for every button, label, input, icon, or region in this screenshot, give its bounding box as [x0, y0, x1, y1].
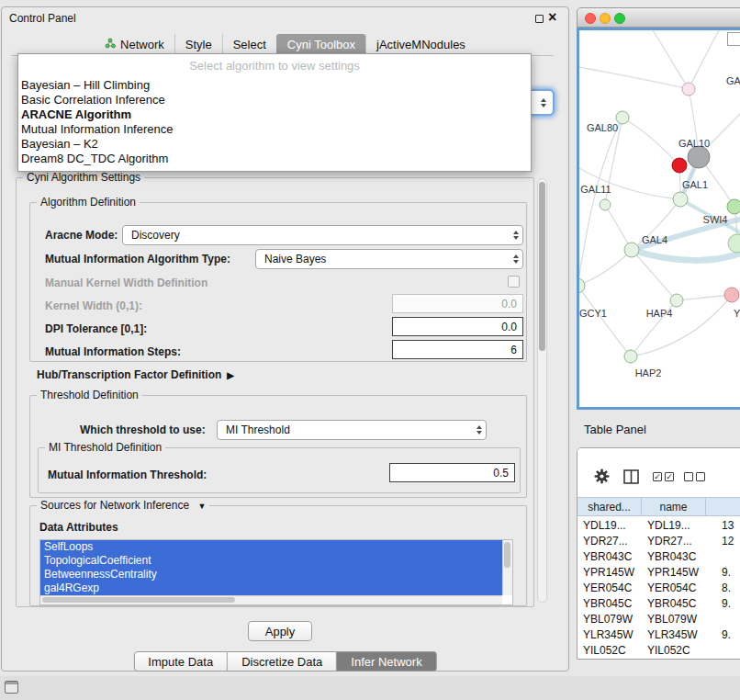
table-cell[interactable]: YDL19... [577, 517, 642, 533]
table-row[interactable]: YIL052CYIL052C [577, 642, 740, 658]
table-cell[interactable]: YIL052C [642, 642, 706, 658]
scrollbar-thumb[interactable] [504, 542, 510, 568]
scrollbar-thumb[interactable] [42, 597, 235, 603]
minimize-traffic-light-icon[interactable] [600, 13, 611, 24]
table-cell[interactable]: 9. [706, 564, 740, 580]
network-node[interactable] [670, 294, 683, 307]
mi-steps-field[interactable]: 6 [392, 340, 523, 359]
table-cell[interactable]: YER054C [642, 580, 706, 595]
table-cell[interactable]: YBL079W [642, 611, 706, 627]
table-cell[interactable]: YBR045C [577, 595, 642, 611]
select-all-icon[interactable]: ✓ ✓ [653, 472, 674, 481]
network-node[interactable] [579, 278, 585, 293]
dropdown-item-mutual-information-inference[interactable]: Mutual Information Inference [18, 122, 531, 137]
hub-definition-expander[interactable]: Hub/Transcription Factor Definition▶ [37, 368, 234, 381]
tab-select[interactable]: Select [222, 34, 276, 55]
tab-jactivemnodules[interactable]: jActiveMNodules [365, 34, 476, 55]
dropdown-item-aracne-algorithm[interactable]: ARACNE Algorithm [18, 107, 531, 122]
table-row[interactable]: YDL19...YDL19...13 [577, 517, 740, 533]
table-cell[interactable]: YBR045C [642, 595, 706, 611]
table-cell[interactable]: YPR145W [642, 564, 706, 580]
network-node[interactable] [672, 158, 687, 173]
table-row[interactable]: YER054CYER054C8. [577, 580, 740, 595]
network-node[interactable] [727, 199, 740, 214]
table-cell[interactable]: 8. [706, 580, 740, 595]
tab-network[interactable]: Network [95, 34, 174, 55]
zoom-traffic-light-icon[interactable] [614, 13, 625, 24]
attribute-item-selfloops[interactable]: SelfLoops [40, 540, 502, 554]
table-cell[interactable] [706, 611, 740, 627]
table-cell[interactable]: YDR27... [642, 533, 706, 548]
deselect-all-icon[interactable] [684, 472, 705, 481]
table-cell[interactable]: YIL052C [577, 642, 642, 658]
float-window-icon[interactable] [535, 15, 544, 23]
table-row[interactable]: YBR043CYBR043C [577, 548, 740, 564]
apply-button[interactable]: Apply [248, 621, 312, 641]
bottom-tab-infer-network[interactable]: Infer Network [337, 651, 436, 672]
bottom-tab-discretize-data[interactable]: Discretize Data [228, 651, 337, 672]
settings-scrollbar[interactable] [537, 178, 547, 603]
dropdown-item-basic-correlation-inference[interactable]: Basic Correlation Inference [18, 93, 531, 107]
list-vertical-scrollbar[interactable] [502, 540, 512, 595]
table-cell[interactable] [706, 642, 740, 658]
table-cell[interactable]: YDR27... [577, 533, 642, 548]
table-row[interactable]: YDR27...YDR27...12 [577, 533, 740, 548]
close-traffic-light-icon[interactable] [585, 13, 596, 24]
scrollbar-thumb[interactable] [539, 182, 545, 351]
table-row[interactable]: YBL079WYBL079W [577, 611, 740, 627]
network-node[interactable] [600, 199, 611, 210]
list-horizontal-scrollbar[interactable] [40, 595, 502, 604]
table-cell[interactable]: YBL079W [577, 611, 642, 627]
network-canvas[interactable]: GAL80GAL10GAL11GAL1SWI4GAL4GCY1HAP4HAP2G… [577, 28, 740, 410]
column-header-name[interactable]: name [642, 498, 706, 515]
birdseye-toggle-icon[interactable] [727, 32, 740, 46]
aracne-mode-combobox[interactable]: Discovery [122, 225, 523, 245]
column-header-extra[interactable] [706, 498, 740, 515]
network-window-titlebar[interactable] [577, 7, 740, 28]
tab-style[interactable]: Style [174, 34, 222, 55]
bottom-tab-impute-data[interactable]: Impute Data [133, 651, 228, 672]
dropdown-item-bayesian-hill-climbing[interactable]: Bayesian – Hill Climbing [18, 78, 531, 93]
dpi-tolerance-field[interactable]: 0.0 [392, 317, 523, 336]
network-node[interactable] [728, 234, 740, 253]
network-node[interactable] [624, 243, 639, 257]
table-cell[interactable]: 9. [706, 627, 740, 642]
sources-legend[interactable]: Sources for Network Inference ▼ [37, 499, 209, 512]
dropdown-item-bayesian-k2[interactable]: Bayesian – K2 [18, 137, 531, 152]
column-visibility-icon[interactable] [623, 469, 639, 484]
network-node[interactable] [682, 83, 695, 96]
table-cell[interactable]: 12 [706, 533, 740, 548]
collapsed-window-icon[interactable] [5, 681, 18, 694]
close-window-icon[interactable]: × [548, 8, 556, 27]
column-header-shared[interactable]: shared... [577, 498, 642, 515]
table-cell[interactable]: YBR043C [577, 548, 642, 564]
dropdown-item-dream8-dc-tdc-algorithm[interactable]: Dream8 DC_TDC Algorithm [18, 152, 531, 166]
which-threshold-combobox[interactable]: MI Threshold [217, 420, 487, 440]
network-node[interactable] [724, 288, 739, 302]
table-row[interactable]: YPR145WYPR145W9. [577, 564, 740, 580]
attribute-item-topologicalcoefficient[interactable]: TopologicalCoefficient [40, 554, 502, 568]
attribute-item-gal4rgexp[interactable]: gal4RGexp [40, 581, 502, 595]
network-node[interactable] [688, 146, 710, 168]
table-cell[interactable]: 9. [706, 595, 740, 611]
table-cell[interactable]: YBR043C [642, 548, 706, 564]
attribute-item-betweennesscentrality[interactable]: BetweennessCentrality [40, 568, 502, 581]
table-cell[interactable]: YER054C [577, 580, 642, 595]
table-cell[interactable]: YDL19... [642, 517, 706, 533]
network-node[interactable] [624, 350, 637, 363]
gear-icon[interactable] [594, 469, 610, 484]
network-node[interactable] [673, 192, 688, 207]
tab-cyni-toolbox[interactable]: Cyni Toolbox [276, 34, 365, 55]
table-row[interactable]: YLR345WYLR345W9. [577, 627, 740, 642]
table-cell[interactable] [706, 548, 740, 564]
node-label: GAL1 [682, 179, 708, 190]
mi-threshold-field[interactable]: 0.5 [389, 463, 515, 482]
kernel-width-field[interactable]: 0.0 [392, 294, 523, 313]
mi-type-combobox[interactable]: Naive Bayes [255, 249, 523, 269]
table-cell[interactable]: YPR145W [577, 564, 642, 580]
table-cell[interactable]: YLR345W [642, 627, 706, 642]
table-cell[interactable]: 13 [706, 517, 740, 533]
table-cell[interactable]: YLR345W [577, 627, 642, 642]
manual-kernel-checkbox[interactable] [508, 276, 520, 288]
table-row[interactable]: YBR045CYBR045C9. [577, 595, 740, 611]
